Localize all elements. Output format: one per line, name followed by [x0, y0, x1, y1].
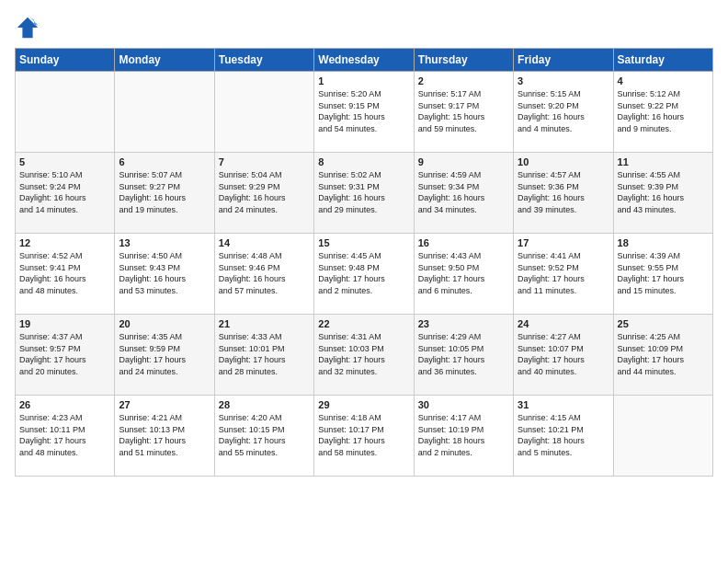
- calendar-cell: 18Sunrise: 4:39 AM Sunset: 9:55 PM Dayli…: [613, 234, 712, 315]
- day-info: Sunrise: 4:20 AM Sunset: 10:15 PM Daylig…: [219, 412, 310, 458]
- page-header: [15, 15, 713, 40]
- logo-icon: [15, 15, 40, 40]
- day-info: Sunrise: 4:48 AM Sunset: 9:46 PM Dayligh…: [219, 250, 310, 296]
- day-number: 9: [418, 156, 509, 167]
- day-number: 20: [119, 318, 210, 329]
- svg-marker-0: [17, 17, 38, 38]
- day-number: 18: [618, 237, 709, 248]
- weekday-header: Saturday: [613, 49, 712, 72]
- calendar-cell: [115, 72, 214, 153]
- day-number: 23: [418, 318, 509, 329]
- day-info: Sunrise: 5:02 AM Sunset: 9:31 PM Dayligh…: [318, 169, 409, 215]
- day-info: Sunrise: 5:12 AM Sunset: 9:22 PM Dayligh…: [618, 88, 709, 134]
- day-number: 22: [318, 318, 409, 329]
- calendar-cell: 20Sunrise: 4:35 AM Sunset: 9:59 PM Dayli…: [115, 315, 214, 396]
- day-info: Sunrise: 5:10 AM Sunset: 9:24 PM Dayligh…: [19, 169, 110, 215]
- day-info: Sunrise: 4:55 AM Sunset: 9:39 PM Dayligh…: [618, 169, 709, 215]
- calendar-cell: 23Sunrise: 4:29 AM Sunset: 10:05 PM Dayl…: [414, 315, 513, 396]
- day-number: 8: [318, 156, 409, 167]
- calendar-cell: 21Sunrise: 4:33 AM Sunset: 10:01 PM Dayl…: [214, 315, 313, 396]
- day-info: Sunrise: 4:33 AM Sunset: 10:01 PM Daylig…: [219, 331, 310, 377]
- calendar-cell: 31Sunrise: 4:15 AM Sunset: 10:21 PM Dayl…: [514, 396, 613, 477]
- day-number: 14: [219, 237, 310, 248]
- day-info: Sunrise: 5:17 AM Sunset: 9:17 PM Dayligh…: [418, 88, 509, 134]
- day-info: Sunrise: 4:52 AM Sunset: 9:41 PM Dayligh…: [19, 250, 110, 296]
- day-number: 15: [318, 237, 409, 248]
- day-info: Sunrise: 5:04 AM Sunset: 9:29 PM Dayligh…: [219, 169, 310, 215]
- calendar-week-row: 12Sunrise: 4:52 AM Sunset: 9:41 PM Dayli…: [16, 234, 713, 315]
- day-number: 30: [418, 399, 509, 410]
- day-number: 12: [19, 237, 110, 248]
- day-number: 10: [518, 156, 609, 167]
- day-info: Sunrise: 4:37 AM Sunset: 9:57 PM Dayligh…: [19, 331, 110, 377]
- day-info: Sunrise: 4:27 AM Sunset: 10:07 PM Daylig…: [518, 331, 609, 377]
- calendar-cell: 1Sunrise: 5:20 AM Sunset: 9:15 PM Daylig…: [314, 72, 414, 153]
- calendar-header-row: SundayMondayTuesdayWednesdayThursdayFrid…: [16, 49, 713, 72]
- day-number: 2: [418, 75, 509, 86]
- calendar-cell: 19Sunrise: 4:37 AM Sunset: 9:57 PM Dayli…: [16, 315, 115, 396]
- weekday-header: Wednesday: [314, 49, 414, 72]
- calendar-cell: 7Sunrise: 5:04 AM Sunset: 9:29 PM Daylig…: [214, 153, 313, 234]
- day-number: 31: [518, 399, 609, 410]
- weekday-header: Thursday: [414, 49, 513, 72]
- day-number: 25: [618, 318, 709, 329]
- day-info: Sunrise: 5:07 AM Sunset: 9:27 PM Dayligh…: [119, 169, 210, 215]
- day-number: 3: [518, 75, 609, 86]
- day-number: 28: [219, 399, 310, 410]
- weekday-header: Tuesday: [214, 49, 313, 72]
- day-info: Sunrise: 4:43 AM Sunset: 9:50 PM Dayligh…: [418, 250, 509, 296]
- calendar-cell: [16, 72, 115, 153]
- day-info: Sunrise: 4:41 AM Sunset: 9:52 PM Dayligh…: [518, 250, 609, 296]
- calendar-cell: 4Sunrise: 5:12 AM Sunset: 9:22 PM Daylig…: [613, 72, 712, 153]
- calendar-cell: 2Sunrise: 5:17 AM Sunset: 9:17 PM Daylig…: [414, 72, 513, 153]
- day-info: Sunrise: 4:35 AM Sunset: 9:59 PM Dayligh…: [119, 331, 210, 377]
- day-number: 21: [219, 318, 310, 329]
- weekday-header: Monday: [115, 49, 214, 72]
- day-info: Sunrise: 5:20 AM Sunset: 9:15 PM Dayligh…: [318, 88, 409, 134]
- day-info: Sunrise: 4:18 AM Sunset: 10:17 PM Daylig…: [318, 412, 409, 458]
- calendar-body: 1Sunrise: 5:20 AM Sunset: 9:15 PM Daylig…: [16, 72, 713, 477]
- calendar-cell: 25Sunrise: 4:25 AM Sunset: 10:09 PM Dayl…: [613, 315, 712, 396]
- weekday-header: Friday: [514, 49, 613, 72]
- day-number: 7: [219, 156, 310, 167]
- calendar-cell: 29Sunrise: 4:18 AM Sunset: 10:17 PM Dayl…: [314, 396, 414, 477]
- calendar-cell: [613, 396, 712, 477]
- calendar-cell: 11Sunrise: 4:55 AM Sunset: 9:39 PM Dayli…: [613, 153, 712, 234]
- weekday-header: Sunday: [16, 49, 115, 72]
- calendar-cell: 16Sunrise: 4:43 AM Sunset: 9:50 PM Dayli…: [414, 234, 513, 315]
- day-number: 6: [119, 156, 210, 167]
- calendar-week-row: 19Sunrise: 4:37 AM Sunset: 9:57 PM Dayli…: [16, 315, 713, 396]
- calendar-cell: 28Sunrise: 4:20 AM Sunset: 10:15 PM Dayl…: [214, 396, 313, 477]
- day-info: Sunrise: 4:17 AM Sunset: 10:19 PM Daylig…: [418, 412, 509, 458]
- day-number: 4: [618, 75, 709, 86]
- calendar-cell: 27Sunrise: 4:21 AM Sunset: 10:13 PM Dayl…: [115, 396, 214, 477]
- calendar-cell: 8Sunrise: 5:02 AM Sunset: 9:31 PM Daylig…: [314, 153, 414, 234]
- day-number: 19: [19, 318, 110, 329]
- day-number: 11: [618, 156, 709, 167]
- calendar-week-row: 26Sunrise: 4:23 AM Sunset: 10:11 PM Dayl…: [16, 396, 713, 477]
- day-info: Sunrise: 4:45 AM Sunset: 9:48 PM Dayligh…: [318, 250, 409, 296]
- day-info: Sunrise: 5:15 AM Sunset: 9:20 PM Dayligh…: [518, 88, 609, 134]
- logo: [15, 15, 44, 40]
- calendar-table: SundayMondayTuesdayWednesdayThursdayFrid…: [15, 48, 713, 477]
- day-info: Sunrise: 4:50 AM Sunset: 9:43 PM Dayligh…: [119, 250, 210, 296]
- day-number: 17: [518, 237, 609, 248]
- day-number: 27: [119, 399, 210, 410]
- calendar-cell: 30Sunrise: 4:17 AM Sunset: 10:19 PM Dayl…: [414, 396, 513, 477]
- calendar-week-row: 5Sunrise: 5:10 AM Sunset: 9:24 PM Daylig…: [16, 153, 713, 234]
- calendar-cell: 15Sunrise: 4:45 AM Sunset: 9:48 PM Dayli…: [314, 234, 414, 315]
- calendar-cell: 13Sunrise: 4:50 AM Sunset: 9:43 PM Dayli…: [115, 234, 214, 315]
- calendar-cell: 14Sunrise: 4:48 AM Sunset: 9:46 PM Dayli…: [214, 234, 313, 315]
- day-info: Sunrise: 4:23 AM Sunset: 10:11 PM Daylig…: [19, 412, 110, 458]
- day-number: 29: [318, 399, 409, 410]
- calendar-cell: 5Sunrise: 5:10 AM Sunset: 9:24 PM Daylig…: [16, 153, 115, 234]
- calendar-cell: 22Sunrise: 4:31 AM Sunset: 10:03 PM Dayl…: [314, 315, 414, 396]
- day-number: 24: [518, 318, 609, 329]
- calendar-cell: 6Sunrise: 5:07 AM Sunset: 9:27 PM Daylig…: [115, 153, 214, 234]
- calendar-week-row: 1Sunrise: 5:20 AM Sunset: 9:15 PM Daylig…: [16, 72, 713, 153]
- calendar-cell: [214, 72, 313, 153]
- calendar-cell: 26Sunrise: 4:23 AM Sunset: 10:11 PM Dayl…: [16, 396, 115, 477]
- calendar-cell: 17Sunrise: 4:41 AM Sunset: 9:52 PM Dayli…: [514, 234, 613, 315]
- day-info: Sunrise: 4:57 AM Sunset: 9:36 PM Dayligh…: [518, 169, 609, 215]
- day-info: Sunrise: 4:59 AM Sunset: 9:34 PM Dayligh…: [418, 169, 509, 215]
